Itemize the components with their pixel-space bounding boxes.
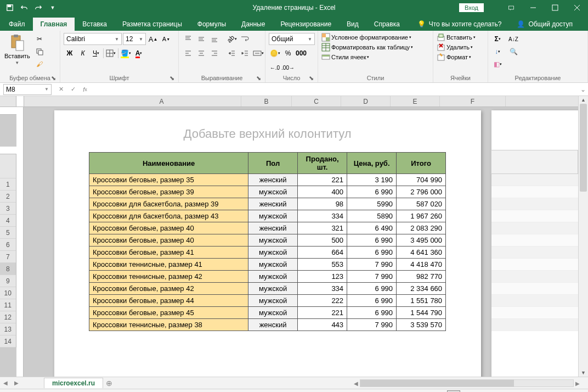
tab-home[interactable]: Главная xyxy=(33,18,75,31)
align-bottom-button[interactable] xyxy=(208,33,220,45)
table-cell[interactable]: 321 xyxy=(298,222,347,234)
align-middle-button[interactable] xyxy=(195,33,207,45)
autosum-button[interactable]: Σ▾ xyxy=(491,33,504,45)
font-dialog-launcher[interactable]: ⬊ xyxy=(168,75,175,81)
redo-icon[interactable] xyxy=(32,1,45,14)
scroll-right-button[interactable]: ▶ xyxy=(572,378,583,389)
table-cell[interactable]: 2 796 000 xyxy=(397,186,446,198)
table-cell[interactable]: 1 551 780 xyxy=(397,295,446,307)
formula-input[interactable] xyxy=(91,84,578,95)
empty-cell[interactable] xyxy=(491,222,578,234)
clear-button[interactable]: ◧▾ xyxy=(491,58,504,70)
tab-file[interactable]: Файл xyxy=(1,18,33,31)
table-cell[interactable]: 6 990 xyxy=(347,186,397,198)
cancel-formula-button[interactable]: ✕ xyxy=(55,84,67,95)
sort-filter-button[interactable]: A↓Z xyxy=(506,33,521,45)
table-cell[interactable]: мужской xyxy=(248,234,298,247)
save-icon[interactable] xyxy=(3,1,16,14)
column-header[interactable]: D xyxy=(341,96,391,107)
vertical-scrollbar[interactable]: ▲ ▼ xyxy=(578,96,588,377)
row-header[interactable]: 13 xyxy=(0,323,16,335)
table-cell[interactable]: 500 xyxy=(298,234,347,247)
font-size-combo[interactable]: 12▼ xyxy=(123,33,146,45)
normal-view-button[interactable] xyxy=(432,390,445,393)
table-cell[interactable]: Кроссовки теннисные, размер 41 xyxy=(89,259,248,271)
number-format-combo[interactable]: Общий▼ xyxy=(269,33,315,45)
row-header[interactable]: 6 xyxy=(0,239,16,251)
page-layout-view-button[interactable] xyxy=(447,390,460,393)
format-as-table-button[interactable]: Форматировать как таблицу▾ xyxy=(321,43,413,52)
increase-decimal-button[interactable]: ←.0 xyxy=(269,61,281,74)
table-cell[interactable]: мужской xyxy=(248,283,298,295)
row-header[interactable]: 11 xyxy=(0,299,16,311)
row-header[interactable]: 8 xyxy=(0,263,16,275)
table-header-cell[interactable]: Цена, руб. xyxy=(347,153,397,174)
format-painter-button[interactable]: 🖌 xyxy=(33,58,46,70)
font-color-button[interactable]: А▾ xyxy=(133,47,145,59)
fill-button[interactable]: ↓▾ xyxy=(491,46,504,58)
tab-insert[interactable]: Вставка xyxy=(75,18,115,31)
table-cell[interactable]: Кроссовки беговые, размер 41 xyxy=(89,247,248,259)
page-break-view-button[interactable] xyxy=(462,390,476,393)
minimize-icon[interactable] xyxy=(522,0,544,15)
underline-button[interactable]: Ч▾ xyxy=(90,47,102,59)
row-header[interactable]: 14 xyxy=(0,335,16,348)
column-header[interactable]: A xyxy=(82,96,241,107)
select-all-corner[interactable] xyxy=(0,96,16,107)
table-cell[interactable]: 2 083 290 xyxy=(397,222,446,234)
align-top-button[interactable] xyxy=(182,33,194,45)
table-cell[interactable]: мужской xyxy=(248,307,298,319)
table-cell[interactable]: 5990 xyxy=(347,198,397,210)
paste-button[interactable]: Вставить ▼ xyxy=(3,33,31,66)
table-header-cell[interactable]: Наименование xyxy=(89,153,248,174)
empty-cell[interactable] xyxy=(491,319,578,331)
share-button[interactable]: 👤 Общий доступ xyxy=(509,18,580,31)
table-cell[interactable]: 1 967 260 xyxy=(397,210,446,222)
table-cell[interactable]: Кроссовки беговые, размер 44 xyxy=(89,295,248,307)
table-cell[interactable]: Кроссовки беговые, размер 45 xyxy=(89,307,248,319)
bold-button[interactable]: Ж xyxy=(64,47,76,59)
table-cell[interactable]: 4 418 470 xyxy=(397,259,446,271)
expand-formula-bar-button[interactable]: ⌄ xyxy=(578,86,588,93)
table-cell[interactable]: 7 990 xyxy=(347,319,397,331)
table-cell[interactable]: женский xyxy=(248,319,298,331)
sheet-tab[interactable]: microexcel.ru xyxy=(44,378,103,388)
table-cell[interactable]: 221 xyxy=(298,174,347,186)
table-cell[interactable]: 1 544 790 xyxy=(397,307,446,319)
empty-cell[interactable] xyxy=(491,210,578,222)
table-cell[interactable]: 443 xyxy=(298,319,347,331)
row-header[interactable]: 9 xyxy=(0,275,16,287)
scroll-up-button[interactable]: ▲ xyxy=(579,96,588,104)
table-cell[interactable]: женский xyxy=(248,222,298,234)
table-cell[interactable]: 6 990 xyxy=(347,307,397,319)
table-cell[interactable]: Кроссовки беговые, размер 39 xyxy=(89,186,248,198)
align-center-button[interactable] xyxy=(195,47,207,59)
table-cell[interactable]: Кроссовки теннисные, размер 42 xyxy=(89,271,248,283)
table-cell[interactable]: женский xyxy=(248,174,298,186)
empty-cell[interactable] xyxy=(491,234,578,247)
border-button[interactable]: ▾ xyxy=(105,47,117,59)
column-header[interactable]: C xyxy=(292,96,341,107)
name-box[interactable]: M8▼ xyxy=(3,84,52,95)
row-header[interactable]: 3 xyxy=(0,203,16,215)
table-cell[interactable]: Кроссовки теннисные, размер 38 xyxy=(89,319,248,331)
percent-button[interactable]: % xyxy=(282,47,294,59)
table-cell[interactable]: 2 334 660 xyxy=(397,283,446,295)
table-cell[interactable]: 7 990 xyxy=(347,259,397,271)
tab-formulas[interactable]: Формулы xyxy=(190,18,234,31)
maximize-icon[interactable] xyxy=(544,0,566,15)
column-header[interactable]: F xyxy=(440,96,506,107)
italic-button[interactable]: К xyxy=(77,47,89,59)
fill-color-button[interactable]: 🪣▾ xyxy=(120,47,132,59)
table-cell[interactable]: 6 990 xyxy=(347,295,397,307)
prev-sheet-button[interactable]: ◀ xyxy=(0,378,11,389)
table-cell[interactable]: 553 xyxy=(298,259,347,271)
ribbon-options-icon[interactable] xyxy=(500,0,522,15)
table-cell[interactable]: мужской xyxy=(248,247,298,259)
accounting-format-button[interactable]: 🪙▾ xyxy=(269,47,281,59)
empty-cell[interactable] xyxy=(491,198,578,210)
table-cell[interactable]: 123 xyxy=(298,271,347,283)
scroll-down-button[interactable]: ▼ xyxy=(579,369,588,377)
increase-font-button[interactable]: A▲ xyxy=(147,33,159,45)
font-name-combo[interactable]: Calibri▼ xyxy=(64,33,122,45)
